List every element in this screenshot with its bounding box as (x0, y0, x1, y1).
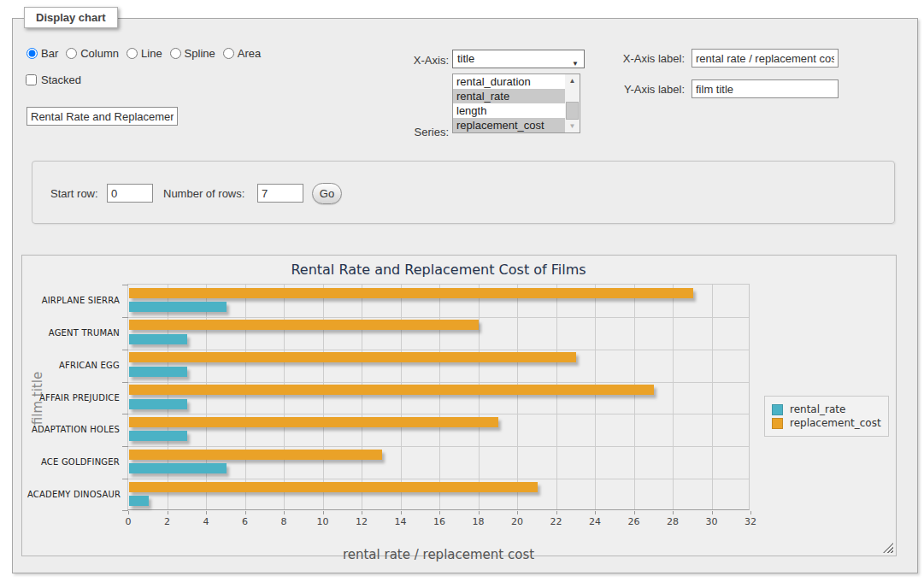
stacked-row: Stacked (26, 73, 81, 86)
start-row-label: Start row: (50, 187, 98, 200)
chart-type-line-radio[interactable] (127, 48, 138, 59)
gridline-vertical (595, 285, 596, 509)
bar-rental_rate (129, 334, 187, 344)
go-button[interactable]: Go (312, 183, 342, 204)
y-axis-tick (122, 350, 128, 350)
x-axis-label-label: X-Axis label: (599, 52, 685, 65)
x-axis-tick-label: 2 (155, 516, 180, 527)
gridline-vertical (245, 285, 246, 509)
chart-type-bar-radio[interactable] (26, 48, 38, 59)
chart-type-area-label: Area (238, 47, 261, 60)
chart-type-spline-radio[interactable] (170, 48, 181, 59)
gridline-vertical (439, 285, 440, 509)
x-axis-tick (439, 511, 440, 514)
x-axis-tick (245, 511, 246, 514)
chart-panel: Rental Rate and Replacement Cost of Film… (21, 255, 897, 556)
y-axis-category-label: ACADEMY DINOSAUR (27, 490, 120, 499)
y-axis-tick (122, 510, 128, 511)
gridline-horizontal (128, 479, 749, 479)
bar-rental_rate (129, 463, 227, 473)
series-listbox[interactable]: rental_durationrental_ratelengthreplacem… (452, 73, 580, 133)
series-option-length[interactable]: length (453, 103, 565, 118)
x-axis-tick-label: 0 (115, 516, 141, 527)
bar-replacement_cost (129, 417, 498, 427)
x-axis-tick (634, 511, 635, 514)
gridline-vertical (168, 285, 168, 509)
series-option-replacement_cost[interactable]: replacement_cost (453, 118, 565, 132)
series-scrollbar[interactable]: ▲ ▼ (565, 74, 580, 132)
gridline-vertical (517, 285, 518, 509)
chart-type-line-label: Line (141, 47, 162, 60)
chart-type-group: BarColumnLineSplineArea (26, 47, 268, 60)
chart-type-spline: Spline (170, 47, 215, 60)
x-axis-tick-label: 12 (349, 516, 374, 527)
x-axis-tick (206, 511, 207, 514)
series-label: Series: (389, 126, 449, 138)
gridline-vertical (323, 285, 324, 509)
x-axis-tick (401, 511, 402, 514)
scroll-up-icon[interactable]: ▲ (565, 74, 580, 87)
gridline-horizontal (128, 350, 749, 350)
bar-replacement_cost (129, 482, 538, 492)
gridline-horizontal (128, 317, 749, 318)
gridline-vertical (556, 285, 557, 509)
x-axis-tick-label: 10 (310, 516, 336, 527)
legend-entry-rental_rate: rental_rate (772, 403, 881, 415)
bar-rental_rate (129, 399, 187, 409)
number-of-rows-label: Number of rows: (163, 187, 244, 200)
y-axis-category-label: ADAPTATION HOLES (27, 425, 120, 434)
x-axis-select-label: X-Axis: (389, 54, 449, 67)
chart-title-input[interactable] (26, 107, 178, 126)
chart-type-line: Line (127, 47, 162, 60)
x-axis-tick-label: 24 (582, 516, 608, 527)
series-option-rental_rate[interactable]: rental_rate (453, 89, 565, 103)
bar-rental_rate (129, 367, 187, 377)
gridline-vertical (401, 285, 402, 509)
fieldset-legend: Display chart (24, 7, 118, 28)
x-axis-tick-label: 28 (660, 516, 686, 527)
x-axis-tick-label: 26 (621, 516, 647, 527)
series-option-rental_duration[interactable]: rental_duration (453, 74, 565, 89)
chart-type-area-radio[interactable] (223, 48, 234, 59)
plot-area: 02468101214161820222426283032AIRPLANE SI… (127, 284, 750, 510)
x-axis-tick-label: 16 (427, 516, 452, 527)
chart-type-column: Column (66, 47, 119, 60)
y-axis-tick (122, 285, 128, 285)
y-axis-tick (122, 446, 128, 447)
display-chart-fieldset: Display chart BarColumnLineSplineArea St… (12, 18, 918, 573)
x-axis-label-input[interactable] (692, 49, 839, 68)
legend-label-rental_rate: rental_rate (790, 403, 845, 415)
scrollbar-thumb[interactable] (566, 102, 579, 120)
y-axis-category-label: AFRICAN EGG (27, 361, 120, 370)
chevron-down-icon: ▼ (572, 56, 579, 73)
y-axis-category-label: ACE GOLDFINGER (27, 457, 120, 467)
x-axis-tick (479, 511, 480, 514)
x-axis-tick-label: 8 (271, 516, 297, 527)
x-axis-tick (595, 511, 596, 514)
y-axis-tick (122, 479, 128, 479)
bar-replacement_cost (129, 352, 576, 362)
chart-type-bar: Bar (26, 47, 58, 60)
stacked-checkbox[interactable] (26, 74, 37, 85)
gridline-horizontal (128, 414, 749, 414)
y-axis-label-label: Y-Axis label: (599, 83, 685, 96)
scroll-down-icon[interactable]: ▼ (565, 120, 580, 132)
x-axis-tick-label: 32 (738, 516, 763, 527)
number-of-rows-input[interactable] (257, 184, 303, 203)
x-axis-tick (673, 511, 674, 514)
x-axis-tick (284, 511, 285, 514)
bar-replacement_cost (129, 450, 382, 460)
start-row-input[interactable] (107, 184, 153, 203)
chart-title: Rental Rate and Replacement Cost of Film… (127, 262, 750, 278)
bar-rental_rate (129, 302, 227, 312)
x-axis-tick-label: 4 (193, 516, 219, 527)
chart-type-column-radio[interactable] (66, 48, 77, 59)
y-axis-label-input[interactable] (692, 79, 839, 98)
gridline-vertical (712, 285, 713, 509)
resize-handle-icon[interactable] (883, 543, 893, 553)
x-axis-select[interactable]: title ▼ (452, 50, 585, 68)
bar-rental_rate (129, 431, 187, 441)
y-axis-tick (122, 382, 128, 383)
x-axis-selected-value: title (457, 52, 474, 65)
chart-type-spline-label: Spline (185, 47, 215, 60)
